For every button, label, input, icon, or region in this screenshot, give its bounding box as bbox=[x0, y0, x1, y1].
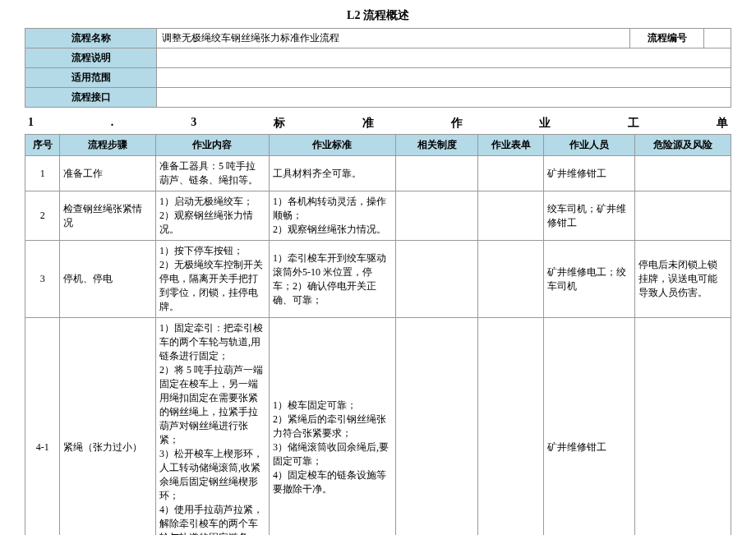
subheader-c1: 标 bbox=[274, 116, 285, 131]
th-system: 相关制度 bbox=[395, 135, 478, 156]
cell-form bbox=[478, 156, 544, 191]
cell-seq: 4-1 bbox=[25, 318, 60, 536]
meta-scope-label: 适用范围 bbox=[25, 68, 157, 88]
cell-system bbox=[395, 191, 478, 241]
cell-person: 矿井维修钳工 bbox=[543, 318, 634, 536]
table-row: 2检查钢丝绳张紧情况1）启动无极绳绞车；2）观察钢丝绳张力情况。1）各机构转动灵… bbox=[25, 191, 731, 241]
cell-risk bbox=[635, 318, 731, 536]
meta-scope-value bbox=[157, 68, 731, 88]
cell-standard: 1）牵引梭车开到绞车驱动滚筒外5-10 米位置，停车；2）确认停电开关正确、可靠… bbox=[269, 241, 395, 318]
cell-risk: 停电后未闭锁上锁挂牌，误送电可能导致人员伤害。 bbox=[635, 241, 731, 318]
cell-system bbox=[395, 156, 478, 191]
th-seq: 序号 bbox=[25, 135, 60, 156]
cell-risk bbox=[635, 191, 731, 241]
th-standard: 作业标准 bbox=[269, 135, 395, 156]
subheader-1: 1 bbox=[28, 116, 34, 131]
cell-content: 1）按下停车按钮； 2）无极绳绞车控制开关停电，隔离开关手把打到零位，闭锁，挂停… bbox=[156, 241, 270, 318]
cell-person: 绞车司机；矿井维修钳工 bbox=[543, 191, 634, 241]
meta-interface-value bbox=[157, 88, 731, 108]
th-content: 作业内容 bbox=[156, 135, 270, 156]
cell-standard: 1）梭车固定可靠； 2）紧绳后的牵引钢丝绳张力符合张紧要求； 3）储绳滚筒收回余… bbox=[269, 318, 395, 536]
cell-form bbox=[478, 241, 544, 318]
th-risk: 危险源及风险 bbox=[635, 135, 731, 156]
meta-process-name-value: 调整无极绳绞车钢丝绳张力标准作业流程 bbox=[157, 29, 630, 48]
subheader-c5: 工 bbox=[628, 116, 639, 131]
cell-form bbox=[478, 318, 544, 536]
cell-risk bbox=[635, 156, 731, 191]
cell-step: 紧绳（张力过小） bbox=[60, 318, 156, 536]
meta-process-name-label: 流程名称 bbox=[25, 29, 157, 48]
subheader-row: 1 . 3 标 准 作 业 工 单 bbox=[25, 113, 731, 134]
cell-seq: 2 bbox=[25, 191, 60, 241]
table-row: 3停机、停电1）按下停车按钮； 2）无极绳绞车控制开关停电，隔离开关手把打到零位… bbox=[25, 241, 731, 318]
data-table: 序号 流程步骤 作业内容 作业标准 相关制度 作业表单 作业人员 危险源及风险 … bbox=[25, 134, 731, 535]
cell-form bbox=[478, 191, 544, 241]
cell-person: 矿井维修电工；绞车司机 bbox=[543, 241, 634, 318]
cell-standard: 工具材料齐全可靠。 bbox=[269, 156, 395, 191]
cell-standard: 1）各机构转动灵活，操作顺畅； 2）观察钢丝绳张力情况。 bbox=[269, 191, 395, 241]
cell-person: 矿井维修钳工 bbox=[543, 156, 634, 191]
th-form: 作业表单 bbox=[478, 135, 544, 156]
meta-interface-label: 流程接口 bbox=[25, 88, 157, 108]
cell-content: 1）固定牵引：把牵引梭车的两个车轮与轨道,用链条进行固定； 2）将 5 吨手拉葫… bbox=[156, 318, 270, 536]
subheader-c3: 作 bbox=[451, 116, 463, 131]
cell-seq: 3 bbox=[25, 241, 60, 318]
meta-desc-value bbox=[157, 48, 731, 68]
page-title: L2 流程概述 bbox=[25, 8, 731, 23]
subheader-3: 3 bbox=[191, 116, 196, 131]
cell-step: 检查钢丝绳张紧情况 bbox=[60, 191, 156, 241]
meta-table: 流程名称 调整无极绳绞车钢丝绳张力标准作业流程 流程编号 流程说明 适用范围 流… bbox=[25, 28, 731, 108]
table-row: 4-1紧绳（张力过小）1）固定牵引：把牵引梭车的两个车轮与轨道,用链条进行固定；… bbox=[25, 318, 731, 536]
th-person: 作业人员 bbox=[543, 135, 634, 156]
meta-desc-label: 流程说明 bbox=[25, 48, 157, 68]
th-step: 流程步骤 bbox=[60, 135, 156, 156]
cell-system bbox=[395, 318, 478, 536]
cell-system bbox=[395, 241, 478, 318]
subheader-c2: 准 bbox=[362, 116, 374, 131]
cell-content: 1）启动无极绳绞车；2）观察钢丝绳张力情况。 bbox=[156, 191, 270, 241]
subheader-c4: 业 bbox=[539, 116, 551, 131]
subheader-c6: 单 bbox=[717, 116, 728, 131]
meta-process-code-label: 流程编号 bbox=[630, 29, 704, 48]
subheader-sep: . bbox=[111, 116, 114, 131]
cell-step: 准备工作 bbox=[60, 156, 156, 191]
meta-process-name-text: 调整无极绳绞车钢丝绳张力标准作业流程 bbox=[162, 32, 339, 44]
table-row: 1准备工作准备工器具：5 吨手拉葫芦、链条、绳扣等。工具材料齐全可靠。矿井维修钳… bbox=[25, 156, 731, 191]
meta-process-code-value bbox=[704, 29, 731, 48]
cell-content: 准备工器具：5 吨手拉葫芦、链条、绳扣等。 bbox=[156, 156, 270, 191]
cell-seq: 1 bbox=[25, 156, 60, 191]
cell-step: 停机、停电 bbox=[60, 241, 156, 318]
